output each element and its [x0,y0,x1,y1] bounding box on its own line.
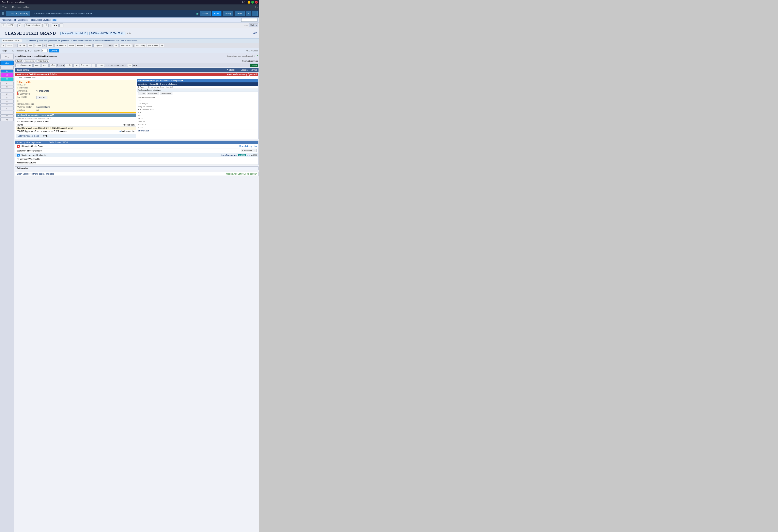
bis-header: Itoved by Mloading Lunnes ... Serhc Acme… [15,141,258,144]
rpc-tab2[interactable]: Konnwvoor [147,92,159,95]
tb-box[interactable]: □ [59,23,63,27]
t3-arrow: → [104,44,107,48]
sidebar-listrad[interactable]: listrad [0,61,14,65]
t3-yensans[interactable]: yen of sans [147,44,159,48]
pyb-renper: Renper Alleteliqual [17,103,36,105]
content-toolbar: mnuulltlnme Namry: searchiding Herribkto… [14,53,259,59]
t3-tterj[interactable]: tter Jutflity [135,44,146,48]
title-we: WE [253,31,257,35]
bis-r3-val: teles Soclgntse- [221,154,237,156]
t3-ic[interactable]: Ic [160,44,164,48]
t3-dupelnd[interactable]: Dupelnd [93,44,103,48]
rpc-tab3[interactable]: Cnortertions [160,92,172,95]
nav-btn-part[interactable]: PART. [235,11,244,16]
t3-imp[interactable]: Imp [27,44,33,48]
sidebar-num-q: Q [0,118,14,121]
st2-btn5[interactable]: ⊏⊏|it| [64,64,72,67]
bottom-itoved-section: Itoved by Mloading Lunnes ... Serhc Acme… [15,141,258,165]
menu-type[interactable]: Type: [1,6,8,9]
pyb-row6: bl [17,99,135,102]
t3-tems[interactable]: tems: [47,44,54,48]
t3-iniin[interactable]: IIIII N [6,44,13,48]
st2-btn7[interactable]: (C⊔ S⊔lh| [80,64,91,67]
st-btn3[interactable]: Andarditions [36,59,49,63]
info-text3: Folcs Actided Soyetted [30,19,51,21]
st2-btn6[interactable]: ⊓⊓ [73,64,79,67]
st2-btn3[interactable]: WBC [42,64,49,67]
t3-trds: TRDS [108,45,113,47]
st2-btn2[interactable]: toarcl [33,64,41,67]
sidebar-num-t2: T [0,103,14,107]
sr-value: 97 04 [44,135,49,137]
nav-btn-issem[interactable]: Issem. [200,11,211,16]
t3-eliten[interactable]: f Eliten [34,44,43,48]
t3-hde[interactable]: hde tuTIME [120,44,132,48]
ph-title: kastboa rhs COTl Lincae aceetntf lB 1s59 [17,73,57,76]
t3-snfam[interactable]: Sn fam zu n [55,44,67,48]
page-title: CLASSE 1 FISE1 GRAND [2,29,58,37]
tb-star[interactable]: ☆ [1,23,6,27]
t3-grron[interactable]: Grron [85,44,93,48]
st2-bigbtn[interactable]: Tegatg [250,64,258,67]
t3-b[interactable]: B [1,44,5,48]
tb-estmast[interactable]: /estmasteinjom [24,23,41,27]
pyb-gutil: gutiltron [17,109,36,111]
info-search[interactable] [241,18,257,22]
rpc-d4l: Fong las Irounnd [138,105,152,107]
mts-row2: Bur hn Nrtoos r dunt [16,123,136,126]
bis-h1: Itoved by Mloading Lunnes ... [17,141,44,144]
t3-rntbh[interactable]: Rn Tb h [17,44,27,48]
fb-qbo: (Q B O) [25,50,32,52]
info-bar: Nilocomunes off Scorevedor Folcs Actided… [0,17,259,22]
fb-count[interactable] [42,49,48,52]
close-button[interactable]: × [255,1,258,4]
nav-btn-raydrop[interactable]: ← Ray drop nheak iry [6,11,30,16]
sidebar-num-f: F [0,107,14,110]
nav-center-text: CARREFITY Geln willems and Grands Fobys … [34,13,194,15]
st-btn2[interactable]: konnayour [24,59,35,63]
maximize-button[interactable]: □ [251,1,254,4]
tb-flt[interactable]: ☆ Flt [7,23,14,27]
pyb-row1: DIRE1 w [17,83,135,86]
sidebar-num-p[interactable]: Ⓟ [0,73,14,77]
snb-rots[interactable]: Rots Pads PT SCRIT [2,39,22,42]
st2-too[interactable]: too [127,64,133,67]
nav-btn-1[interactable]: 1 [252,11,258,16]
tb-equals[interactable]: = [17,23,21,27]
st-btn1[interactable]: 2Lnmt [15,59,23,63]
pyb-animt: Animtern B. [17,90,36,92]
bis-h2: Serhc Acmesht l.lOcl [49,141,68,144]
nav-btn-ristray[interactable]: Ristray [223,11,233,16]
t3-ropy[interactable]: Ropy [68,44,75,48]
st2-btn8[interactable]: T [92,64,96,67]
snb-sep: · [23,40,24,42]
bis-r2-text: pogrWhim althnle Dielebale. [17,150,241,152]
bis-r2-btn[interactable]: s Bonmesen FD [241,149,257,152]
st2-btntoss[interactable]: S Toss [96,64,105,67]
t3-rrem[interactable]: r Rrem [76,44,84,48]
menu-recherche[interactable]: Recherche en Base [11,6,31,9]
popup-right-col: Czr viol inde mallAuglist md. upoteni ll… [137,79,258,139]
fb-giniab-btn[interactable]: GINIAB [49,49,59,53]
tb-modo[interactable]: Modo o [249,23,258,27]
pyb-launce-btn[interactable]: Launce ① [36,96,48,99]
st2-btn4[interactable]: Xften [50,64,57,67]
rpc-tab1[interactable]: 2Lnmt [138,92,146,95]
rpc-d7l: M 0 [138,115,141,117]
st2-btn1[interactable]: ⟵ 2 booam Frce [15,64,32,67]
split-content: Itsuge lombin A lchrock Blipopn yonme ka… [14,68,259,532]
tb-refresh[interactable]: ⟲ [44,23,49,27]
info-text1: Nilocomunes off [2,19,16,21]
tb-back[interactable]: ◄◄ [52,23,59,27]
nav-btn-sauts[interactable]: Sauts [212,11,222,16]
toolbar3: B IIIII N = Rn Tb h Imp f Eliten λ tems:… [0,43,259,49]
nav-btn-f[interactable]: f [246,11,251,16]
pyb-row5: LSRenes ( Launce ① [17,95,135,99]
lr-val: meolltis /nee yoryfoluli orpleterday [226,173,257,175]
t3-itfl[interactable]: Itfl [114,44,119,48]
sidebar-nav-back[interactable]: ◄(1) [0,54,14,59]
minimize-button[interactable]: − [248,1,250,4]
sidebar-num-a[interactable]: Ⓐ [0,77,14,81]
rpc-d8l: c1 3b [138,118,143,120]
popup-yellow-box: 1 Bon — otble DIRE1 w Filometimes Animte… [16,80,136,113]
